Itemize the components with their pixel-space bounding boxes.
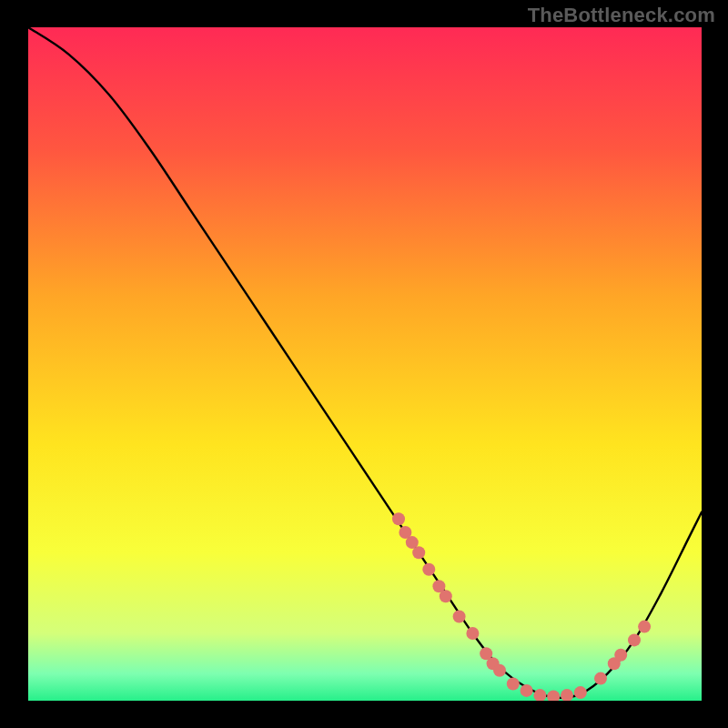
data-point [521, 684, 533, 697]
data-point [574, 686, 587, 699]
watermark-text: TheBottleneck.com [528, 4, 715, 27]
data-point [594, 672, 607, 685]
data-point [392, 512, 405, 525]
chart-frame: TheBottleneck.com [0, 0, 728, 728]
background-gradient [28, 27, 702, 701]
data-point [638, 621, 651, 633]
data-point [493, 664, 506, 677]
plot-svg [28, 27, 702, 701]
data-point [422, 563, 435, 576]
data-point [507, 678, 520, 691]
data-point [614, 649, 627, 662]
data-point [628, 633, 641, 646]
data-point [453, 611, 466, 623]
data-point [466, 627, 479, 640]
data-point [440, 590, 452, 602]
plot-area [28, 27, 702, 701]
data-point [412, 546, 425, 559]
